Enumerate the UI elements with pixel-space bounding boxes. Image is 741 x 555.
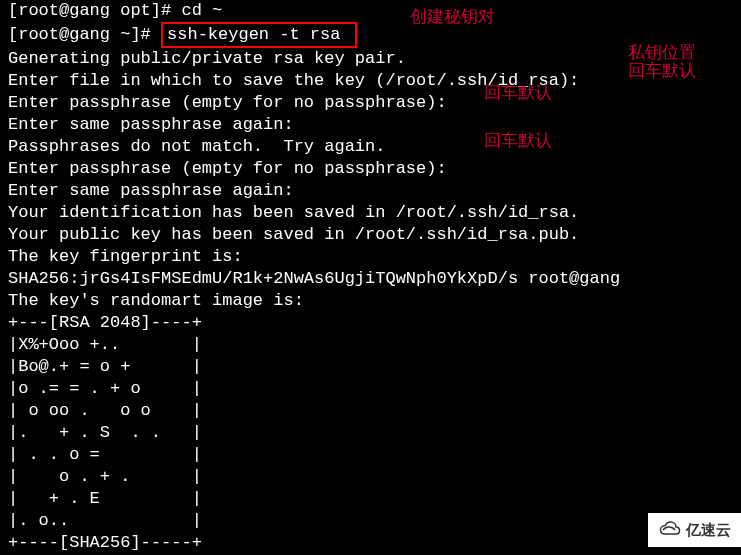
output-line: Enter same passphrase again: [8, 180, 733, 202]
watermark-badge: 亿速云 [648, 513, 741, 547]
prompt-text: [root@gang ~]# [8, 25, 161, 44]
output-line: SHA256:jrGs4IsFMSEdmU/R1k+2NwAs6UgjiTQwN… [8, 268, 733, 290]
output-line: The key fingerprint is: [8, 246, 733, 268]
output-line: Generating public/private rsa key pair. [8, 48, 733, 70]
output-line: Enter passphrase (empty for no passphras… [8, 92, 733, 114]
randomart-line: +---[RSA 2048]----+ [8, 312, 733, 334]
ssh-keygen-command: ssh-keygen -t rsa [161, 22, 357, 48]
watermark-text: 亿速云 [686, 519, 731, 541]
randomart-line: | o oo . o o | [8, 400, 733, 422]
randomart-line: |. o.. | [8, 510, 733, 532]
output-line: Your identification has been saved in /r… [8, 202, 733, 224]
terminal-command-line: [root@gang ~]# ssh-keygen -t rsa [8, 22, 733, 48]
output-line: Enter same passphrase again: [8, 114, 733, 136]
output-line: The key's randomart image is: [8, 290, 733, 312]
randomart-line: | + . E | [8, 488, 733, 510]
output-line: Your public key has been saved in /root/… [8, 224, 733, 246]
prev-command-text: [root@gang opt]# cd ~ [8, 1, 222, 20]
output-line: Enter passphrase (empty for no passphras… [8, 158, 733, 180]
output-line: Enter file in which to save the key (/ro… [8, 70, 733, 92]
annotation-enter-default: 回车默认 [484, 130, 552, 152]
randomart-line: +----[SHA256]-----+ [8, 532, 733, 554]
randomart-line: | . . o = | [8, 444, 733, 466]
annotation-enter-default: 回车默认 [628, 60, 696, 82]
cloud-icon [658, 520, 682, 540]
randomart-line: | o . + . | [8, 466, 733, 488]
terminal-line: [root@gang opt]# cd ~ [8, 0, 733, 22]
annotation-enter-default: 回车默认 [484, 82, 552, 104]
terminal-window[interactable]: [root@gang opt]# cd ~ [root@gang ~]# ssh… [0, 0, 741, 555]
randomart-line: |o .= = . + o | [8, 378, 733, 400]
annotation-create-keypair: 创建秘钥对 [410, 6, 495, 28]
randomart-line: |. + . S . . | [8, 422, 733, 444]
randomart-line: |X%+Ooo +.. | [8, 334, 733, 356]
randomart-line: |Bo@.+ = o + | [8, 356, 733, 378]
output-line: Passphrases do not match. Try again. [8, 136, 733, 158]
